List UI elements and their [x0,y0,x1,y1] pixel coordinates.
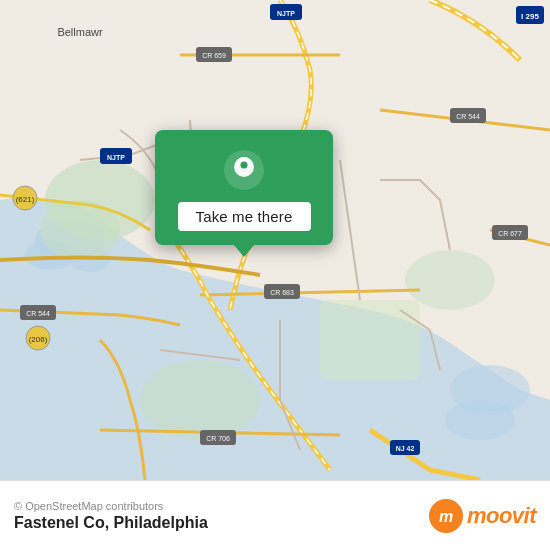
location-pin-icon [222,148,266,192]
footer-left: © OpenStreetMap contributors Fastenel Co… [14,500,208,532]
svg-text:m: m [439,508,453,525]
svg-text:CR 706: CR 706 [206,435,230,442]
svg-text:(621): (621) [16,195,35,204]
svg-point-41 [241,162,248,169]
location-name: Fastenel Co, Philadelphia [14,514,208,532]
popup-card: Take me there [155,130,333,245]
moovit-text: moovit [467,503,536,529]
moovit-logo: m moovit [429,499,536,533]
svg-text:CR 659: CR 659 [202,52,226,59]
copyright-text: © OpenStreetMap contributors [14,500,208,512]
svg-point-5 [445,400,515,440]
svg-rect-8 [320,300,420,380]
svg-text:(206): (206) [29,335,48,344]
svg-text:NJ 42: NJ 42 [396,445,415,452]
map-container: I 295 NJTP NJTP CR 659 CR 544 CR 544 CR … [0,0,550,480]
footer: © OpenStreetMap contributors Fastenel Co… [0,480,550,550]
svg-text:NJTP: NJTP [107,154,125,161]
svg-point-10 [405,250,495,310]
take-me-there-button[interactable]: Take me there [178,202,311,231]
svg-text:CR 544: CR 544 [456,113,480,120]
svg-text:CR 677: CR 677 [498,230,522,237]
moovit-icon: m [429,499,463,533]
svg-text:CR 683: CR 683 [270,289,294,296]
svg-text:Bellmawr: Bellmawr [57,26,103,38]
svg-point-9 [140,360,260,440]
svg-text:NJTP: NJTP [277,10,295,17]
svg-text:CR 544: CR 544 [26,310,50,317]
svg-text:I 295: I 295 [521,12,539,21]
